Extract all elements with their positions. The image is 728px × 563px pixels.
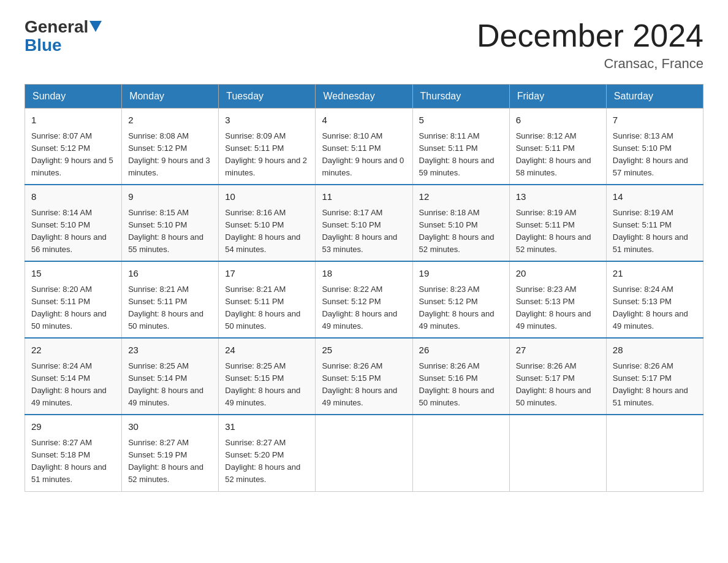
day-info: Sunrise: 8:20 AMSunset: 5:11 PMDaylight:…: [31, 285, 107, 331]
day-number: 23: [128, 343, 212, 358]
main-title: December 2024: [477, 18, 703, 53]
table-row: 6 Sunrise: 8:12 AMSunset: 5:11 PMDayligh…: [509, 109, 606, 185]
table-row: 8 Sunrise: 8:14 AMSunset: 5:10 PMDayligh…: [25, 185, 122, 261]
day-info: Sunrise: 8:15 AMSunset: 5:10 PMDaylight:…: [128, 208, 203, 254]
table-row: 31 Sunrise: 8:27 AMSunset: 5:20 PMDaylig…: [219, 415, 316, 491]
col-monday: Monday: [122, 85, 219, 109]
day-info: Sunrise: 8:22 AMSunset: 5:12 PMDaylight:…: [322, 285, 397, 331]
table-row: [316, 415, 412, 491]
day-number: 22: [31, 343, 115, 358]
subtitle: Cransac, France: [477, 56, 703, 72]
day-number: 26: [419, 343, 503, 358]
table-row: 5 Sunrise: 8:11 AMSunset: 5:11 PMDayligh…: [412, 109, 509, 185]
day-info: Sunrise: 8:17 AMSunset: 5:10 PMDaylight:…: [322, 208, 397, 254]
day-info: Sunrise: 8:07 AMSunset: 5:12 PMDaylight:…: [31, 131, 113, 177]
table-row: 1 Sunrise: 8:07 AMSunset: 5:12 PMDayligh…: [25, 109, 122, 185]
table-row: 28 Sunrise: 8:26 AMSunset: 5:17 PMDaylig…: [606, 338, 703, 415]
table-row: 10 Sunrise: 8:16 AMSunset: 5:10 PMDaylig…: [219, 185, 316, 261]
day-info: Sunrise: 8:13 AMSunset: 5:10 PMDaylight:…: [613, 131, 688, 177]
day-number: 17: [225, 267, 309, 281]
table-row: 4 Sunrise: 8:10 AMSunset: 5:11 PMDayligh…: [316, 109, 412, 185]
table-row: 11 Sunrise: 8:17 AMSunset: 5:10 PMDaylig…: [316, 185, 412, 261]
col-saturday: Saturday: [606, 85, 703, 109]
logo-general-text: General: [25, 18, 88, 36]
day-number: 3: [225, 113, 309, 128]
day-number: 21: [613, 267, 697, 281]
day-number: 11: [322, 190, 406, 204]
day-number: 5: [419, 113, 503, 128]
day-info: Sunrise: 8:26 AMSunset: 5:17 PMDaylight:…: [613, 361, 688, 407]
day-number: 7: [613, 113, 697, 128]
day-number: 28: [613, 343, 697, 358]
table-row: 19 Sunrise: 8:23 AMSunset: 5:12 PMDaylig…: [412, 261, 509, 338]
day-info: Sunrise: 8:27 AMSunset: 5:20 PMDaylight:…: [225, 438, 300, 484]
day-number: 8: [31, 190, 115, 204]
day-number: 25: [322, 343, 406, 358]
table-row: 15 Sunrise: 8:20 AMSunset: 5:11 PMDaylig…: [25, 261, 122, 338]
day-number: 24: [225, 343, 309, 358]
calendar-header-row: Sunday Monday Tuesday Wednesday Thursday…: [25, 85, 703, 109]
table-row: [606, 415, 703, 491]
day-info: Sunrise: 8:26 AMSunset: 5:15 PMDaylight:…: [322, 361, 397, 407]
col-friday: Friday: [509, 85, 606, 109]
day-info: Sunrise: 8:16 AMSunset: 5:10 PMDaylight:…: [225, 208, 300, 254]
logo-blue-text: Blue: [25, 36, 102, 55]
table-row: 22 Sunrise: 8:24 AMSunset: 5:14 PMDaylig…: [25, 338, 122, 415]
logo: General Blue: [25, 18, 102, 55]
day-number: 30: [128, 420, 212, 434]
day-number: 16: [128, 267, 212, 281]
day-info: Sunrise: 8:26 AMSunset: 5:16 PMDaylight:…: [419, 361, 495, 407]
table-row: 13 Sunrise: 8:19 AMSunset: 5:11 PMDaylig…: [509, 185, 606, 261]
day-info: Sunrise: 8:18 AMSunset: 5:10 PMDaylight:…: [419, 208, 495, 254]
day-number: 27: [516, 343, 600, 358]
day-info: Sunrise: 8:24 AMSunset: 5:14 PMDaylight:…: [31, 361, 107, 407]
day-info: Sunrise: 8:21 AMSunset: 5:11 PMDaylight:…: [225, 285, 300, 331]
table-row: [509, 415, 606, 491]
day-info: Sunrise: 8:08 AMSunset: 5:12 PMDaylight:…: [128, 131, 210, 177]
col-thursday: Thursday: [412, 85, 509, 109]
table-row: 7 Sunrise: 8:13 AMSunset: 5:10 PMDayligh…: [606, 109, 703, 185]
day-number: 20: [516, 267, 600, 281]
day-info: Sunrise: 8:19 AMSunset: 5:11 PMDaylight:…: [613, 208, 688, 254]
col-wednesday: Wednesday: [316, 85, 412, 109]
table-row: 16 Sunrise: 8:21 AMSunset: 5:11 PMDaylig…: [122, 261, 219, 338]
day-number: 6: [516, 113, 600, 128]
day-number: 18: [322, 267, 406, 281]
col-tuesday: Tuesday: [219, 85, 316, 109]
day-info: Sunrise: 8:24 AMSunset: 5:13 PMDaylight:…: [613, 285, 688, 331]
day-info: Sunrise: 8:10 AMSunset: 5:11 PMDaylight:…: [322, 131, 404, 177]
day-number: 12: [419, 190, 503, 204]
table-row: 18 Sunrise: 8:22 AMSunset: 5:12 PMDaylig…: [316, 261, 412, 338]
calendar-week-row: 1 Sunrise: 8:07 AMSunset: 5:12 PMDayligh…: [25, 109, 703, 185]
day-info: Sunrise: 8:26 AMSunset: 5:17 PMDaylight:…: [516, 361, 591, 407]
day-number: 4: [322, 113, 406, 128]
logo-triangle-icon: [89, 21, 102, 32]
day-info: Sunrise: 8:12 AMSunset: 5:11 PMDaylight:…: [516, 131, 591, 177]
day-info: Sunrise: 8:25 AMSunset: 5:14 PMDaylight:…: [128, 361, 203, 407]
day-info: Sunrise: 8:14 AMSunset: 5:10 PMDaylight:…: [31, 208, 107, 254]
day-number: 1: [31, 113, 115, 128]
day-info: Sunrise: 8:09 AMSunset: 5:11 PMDaylight:…: [225, 131, 307, 177]
table-row: 12 Sunrise: 8:18 AMSunset: 5:10 PMDaylig…: [412, 185, 509, 261]
day-info: Sunrise: 8:19 AMSunset: 5:11 PMDaylight:…: [516, 208, 591, 254]
day-number: 19: [419, 267, 503, 281]
calendar-table: Sunday Monday Tuesday Wednesday Thursday…: [25, 84, 703, 491]
logo-line1: General: [25, 18, 102, 36]
col-sunday: Sunday: [25, 85, 122, 109]
day-number: 2: [128, 113, 212, 128]
table-row: 14 Sunrise: 8:19 AMSunset: 5:11 PMDaylig…: [606, 185, 703, 261]
day-number: 9: [128, 190, 212, 204]
title-block: December 2024 Cransac, France: [477, 18, 703, 72]
table-row: 17 Sunrise: 8:21 AMSunset: 5:11 PMDaylig…: [219, 261, 316, 338]
table-row: 23 Sunrise: 8:25 AMSunset: 5:14 PMDaylig…: [122, 338, 219, 415]
calendar-week-row: 15 Sunrise: 8:20 AMSunset: 5:11 PMDaylig…: [25, 261, 703, 338]
table-row: 26 Sunrise: 8:26 AMSunset: 5:16 PMDaylig…: [412, 338, 509, 415]
day-info: Sunrise: 8:23 AMSunset: 5:12 PMDaylight:…: [419, 285, 495, 331]
day-info: Sunrise: 8:21 AMSunset: 5:11 PMDaylight:…: [128, 285, 203, 331]
day-number: 31: [225, 420, 309, 434]
day-number: 14: [613, 190, 697, 204]
day-info: Sunrise: 8:27 AMSunset: 5:18 PMDaylight:…: [31, 438, 107, 484]
calendar-week-row: 8 Sunrise: 8:14 AMSunset: 5:10 PMDayligh…: [25, 185, 703, 261]
calendar-week-row: 22 Sunrise: 8:24 AMSunset: 5:14 PMDaylig…: [25, 338, 703, 415]
table-row: 27 Sunrise: 8:26 AMSunset: 5:17 PMDaylig…: [509, 338, 606, 415]
